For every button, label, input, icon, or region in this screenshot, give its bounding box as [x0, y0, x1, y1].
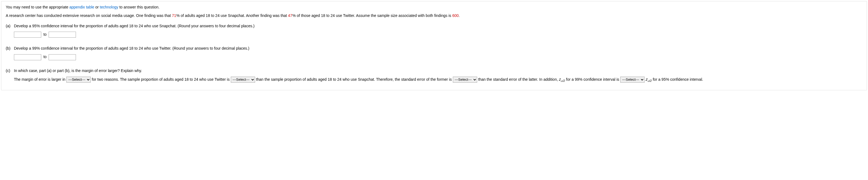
part-c-label: (c) — [6, 68, 14, 74]
technology-link[interactable]: technology — [100, 5, 118, 9]
c-p5: for a 99% confidence interval is — [566, 77, 620, 81]
c-select-2[interactable]: ---Select--- — [231, 77, 255, 83]
context-text: A research center has conducted extensiv… — [6, 13, 862, 19]
c-p4: than the standard error of the latter. I… — [478, 77, 559, 81]
c-p6: for a 95% confidence interval. — [653, 77, 703, 81]
part-a-to: to — [43, 32, 47, 37]
intro-mid: or — [94, 5, 100, 9]
intro-post: to answer this question. — [118, 5, 159, 9]
part-a-text: Develop a 95% confidence interval for th… — [14, 24, 862, 29]
z-alpha-2-main: z — [646, 77, 648, 81]
intro-pre: You may need to use the appropriate — [6, 5, 69, 9]
pct-twitter: 47 — [288, 13, 292, 18]
sample-size: 600 — [452, 13, 459, 18]
part-b-header: (b) Develop a 99% confidence interval fo… — [6, 46, 862, 51]
c-p1: The margin of error is larger in — [14, 77, 66, 81]
c-select-3[interactable]: ---Select--- — [453, 77, 477, 83]
context-s4: . — [459, 13, 460, 18]
part-b-upper-input[interactable] — [49, 54, 76, 60]
part-b-text: Develop a 99% confidence interval for th… — [14, 46, 862, 51]
part-c-text: In which case, part (a) or part (b), is … — [14, 68, 862, 74]
c-p2: for two reasons. The sample proportion o… — [92, 77, 230, 81]
part-b-lower-input[interactable] — [14, 54, 41, 60]
context-s3: % of those aged 18 to 24 use Twitter. As… — [292, 13, 452, 18]
question-container: You may need to use the appropriate appe… — [1, 1, 867, 90]
context-s2: % of adults aged 18 to 24 use Snapchat. … — [176, 13, 288, 18]
part-b-label: (b) — [6, 46, 14, 51]
z-alpha-1-sub: 𝛼/2 — [561, 79, 565, 82]
c-select-1[interactable]: ---Select--- — [66, 77, 91, 83]
part-a-header: (a) Develop a 95% confidence interval fo… — [6, 24, 862, 29]
intro-text: You may need to use the appropriate appe… — [6, 5, 862, 10]
part-a-label: (a) — [6, 24, 14, 29]
part-c: (c) In which case, part (a) or part (b),… — [6, 68, 862, 83]
part-a-body: to — [14, 31, 862, 38]
context-s1: A research center has conducted extensiv… — [6, 13, 172, 18]
part-c-header: (c) In which case, part (a) or part (b),… — [6, 68, 862, 74]
part-a: (a) Develop a 95% confidence interval fo… — [6, 24, 862, 38]
part-b-body: to — [14, 53, 862, 61]
appendix-table-link[interactable]: appendix table — [69, 5, 94, 9]
z-alpha-2-sub: 𝛼/2 — [648, 79, 652, 82]
part-a-lower-input[interactable] — [14, 32, 41, 38]
part-c-body: The margin of error is larger in ---Sele… — [14, 76, 862, 84]
pct-snapchat: 71 — [172, 13, 177, 18]
part-a-upper-input[interactable] — [49, 32, 76, 38]
part-b: (b) Develop a 99% confidence interval fo… — [6, 46, 862, 61]
c-p3: than the sample proportion of adults age… — [256, 77, 453, 81]
part-b-to: to — [43, 55, 47, 59]
c-select-4[interactable]: ---Select--- — [620, 77, 645, 83]
